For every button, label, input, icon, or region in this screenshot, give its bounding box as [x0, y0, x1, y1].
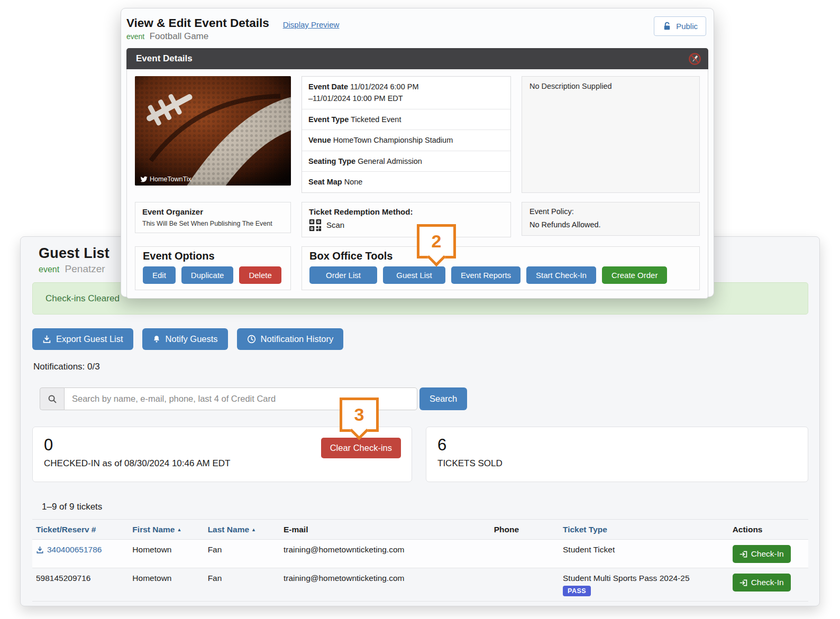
email-cell: training@hometownticketing.com	[280, 540, 490, 568]
phone-cell	[490, 568, 559, 602]
step-2-callout: 2	[417, 224, 456, 258]
ticket-download-link[interactable]: 340400651786	[36, 545, 102, 555]
clear-checkins-button[interactable]: Clear Check-ins	[321, 438, 401, 458]
phone-cell	[490, 540, 559, 568]
modal-subtitle: event Football Game	[126, 31, 269, 42]
no-pin-icon[interactable]	[688, 52, 701, 66]
ticket-type-cell: Student Multi Sports Pass 2024-25 PASS	[559, 568, 729, 602]
detail-row: Venue HomeTown Championship Stadium	[302, 130, 510, 151]
event-description-box: No Description Supplied	[522, 76, 700, 193]
event-label: event	[39, 265, 59, 274]
event-details-titlebar: Event Details	[126, 48, 708, 69]
event-policy-box: Event Policy: No Refunds Allowed.	[522, 202, 700, 236]
bell-icon	[152, 335, 161, 344]
header-phone: Phone	[490, 520, 559, 540]
policy-title: Event Policy:	[529, 207, 692, 216]
panel-title: Event Details	[136, 53, 193, 64]
page: Guest List event Penatzer Check-ins Clea…	[0, 0, 840, 619]
delete-button[interactable]: Delete	[239, 266, 281, 284]
box-office-tools-box: Box Office Tools Order List Guest List E…	[302, 246, 700, 290]
step-3-callout: 3	[340, 398, 379, 432]
organizer-note: This Will Be Set When Publishing The Eve…	[142, 220, 284, 227]
policy-text: No Refunds Allowed.	[529, 220, 692, 229]
header-ticket[interactable]: Ticket/Reserv #	[32, 520, 129, 540]
first-name-cell: Hometown	[129, 540, 204, 568]
notification-history-button[interactable]: Notification History	[237, 328, 344, 350]
box-office-tools-title: Box Office Tools	[309, 250, 692, 262]
pass-badge: PASS	[563, 586, 591, 596]
duplicate-button[interactable]: Duplicate	[181, 266, 234, 284]
detail-row: Event Type Ticketed Event	[302, 109, 510, 130]
sign-in-icon	[739, 579, 747, 587]
event-detail-list: Event Date 11/01/2024 6:00 PM –11/01/202…	[302, 76, 511, 193]
table-row: 340400651786 Hometown Fan training@homet…	[32, 540, 808, 568]
guest-actions-row: Export Guest List Notify Guests Notifica…	[32, 328, 808, 350]
event-details-body: HomeTownTix Event Date 11/01/2024 6:00 P…	[126, 69, 708, 299]
redemption-method: Scan	[326, 220, 344, 229]
table-header-row: Ticket/Reserv # First Name▲ Last Name▲ E…	[32, 520, 808, 540]
modal-header: View & Edit Event Details event Football…	[121, 8, 714, 42]
event-options-box: Event Options Edit Duplicate Delete	[135, 246, 291, 290]
download-icon	[42, 335, 51, 344]
ticket-type-cell: Student Ticket	[559, 540, 729, 568]
last-name-cell: Fan	[204, 568, 280, 602]
table-row: 598145209716 Hometown Fan training@homet…	[32, 568, 808, 602]
search-button[interactable]: Search	[419, 387, 467, 410]
sign-in-icon	[739, 550, 747, 558]
export-guest-list-button[interactable]: Export Guest List	[32, 328, 133, 350]
organizer-title: Event Organizer	[142, 207, 284, 216]
banner-text: Check-ins Cleared	[45, 293, 120, 304]
header-last-name[interactable]: Last Name▲	[204, 520, 280, 540]
qr-code-icon	[309, 219, 322, 232]
ticket-cell: 340400651786	[32, 540, 129, 568]
ticket-cell: 598145209716	[32, 568, 129, 602]
search-addon	[40, 387, 64, 410]
event-organizer-box: Event Organizer This Will Be Set When Pu…	[135, 202, 291, 233]
detail-row: Seat Map None	[302, 172, 510, 192]
search-bar: Search	[40, 387, 808, 410]
header-first-name[interactable]: First Name▲	[129, 520, 204, 540]
check-in-button[interactable]: Check-In	[733, 545, 791, 563]
guest-table: Ticket/Reserv # First Name▲ Last Name▲ E…	[32, 519, 808, 602]
edit-button[interactable]: Edit	[143, 266, 176, 284]
notifications-count: Notifications: 0/3	[33, 362, 808, 372]
tickets-sold-card: 6 TICKETS SOLD	[426, 427, 808, 482]
lock-open-icon	[662, 21, 672, 31]
pagination-summary: 1–9 of 9 tickets	[42, 502, 808, 512]
header-actions: Actions	[729, 520, 808, 540]
detail-row: Event Date 11/01/2024 6:00 PM –11/01/202…	[302, 77, 510, 109]
modal-title: View & Edit Event Details	[126, 16, 269, 30]
event-name: Football Game	[150, 31, 209, 41]
sort-asc-icon: ▲	[251, 527, 256, 532]
notify-guests-button[interactable]: Notify Guests	[142, 328, 228, 350]
header-email: E-mail	[280, 520, 490, 540]
actions-cell: Check-In	[729, 540, 808, 568]
first-name-cell: Hometown	[129, 568, 204, 602]
redemption-title: Ticket Redemption Method:	[309, 207, 504, 216]
create-order-button[interactable]: Create Order	[602, 266, 668, 284]
search-icon	[48, 394, 57, 404]
event-options-title: Event Options	[143, 250, 283, 262]
event-image: HomeTownTix	[135, 76, 291, 186]
event-reports-button[interactable]: Event Reports	[451, 266, 521, 284]
start-check-in-button[interactable]: Start Check-In	[526, 266, 596, 284]
email-cell: training@hometownticketing.com	[280, 568, 490, 602]
header-ticket-type[interactable]: Ticket Type	[559, 520, 729, 540]
detail-row: Seating Type General Admission	[302, 151, 510, 172]
guest-list-button[interactable]: Guest List	[383, 266, 445, 284]
order-list-button[interactable]: Order List	[309, 266, 377, 284]
summary-cards: 0 CHECKED-IN as of 08/30/2024 10:46 AM E…	[32, 427, 808, 482]
ticket-redemption-box: Ticket Redemption Method: Scan	[302, 202, 511, 237]
last-name-cell: Fan	[204, 540, 280, 568]
clock-icon	[247, 335, 256, 344]
public-visibility-button[interactable]: Public	[654, 16, 706, 36]
check-in-button[interactable]: Check-In	[733, 574, 791, 592]
actions-cell: Check-In	[729, 568, 808, 602]
svg-text:HomeTownTix: HomeTownTix	[150, 175, 191, 183]
display-preview-link[interactable]: Display Preview	[283, 20, 340, 29]
sort-asc-icon: ▲	[177, 527, 181, 532]
tickets-sold-label: TICKETS SOLD	[437, 458, 797, 469]
event-label: event	[126, 32, 144, 41]
event-name: Penatzer	[65, 263, 105, 274]
download-icon	[36, 546, 44, 554]
